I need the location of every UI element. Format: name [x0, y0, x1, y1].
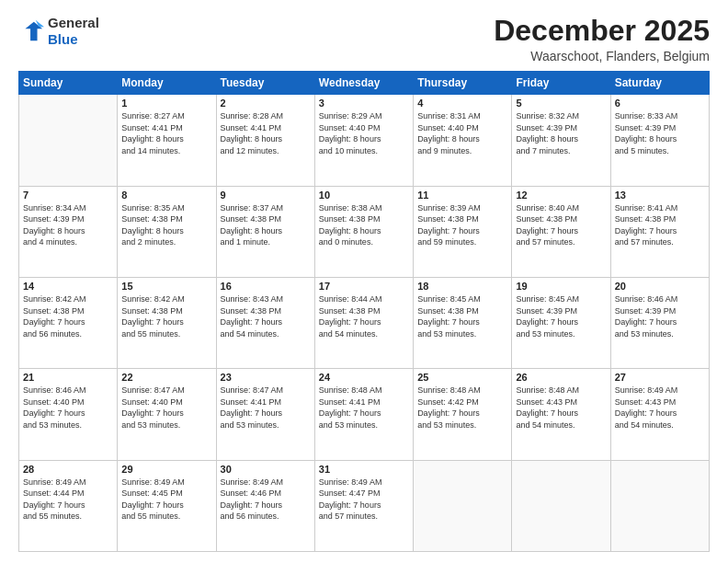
day-number: 7: [23, 190, 113, 201]
day-number: 13: [615, 190, 705, 201]
calendar-cell: 30Sunrise: 8:49 AMSunset: 4:46 PMDayligh…: [216, 460, 314, 551]
col-sunday: Sunday: [19, 72, 118, 95]
cell-info: Sunrise: 8:37 AM: [221, 202, 311, 214]
cell-info: and 12 minutes.: [221, 145, 311, 157]
col-thursday: Thursday: [414, 72, 512, 95]
cell-info: and 57 minutes.: [319, 511, 409, 523]
day-number: 2: [221, 98, 311, 109]
calendar-cell: 16Sunrise: 8:43 AMSunset: 4:38 PMDayligh…: [216, 277, 314, 368]
calendar-cell: 1Sunrise: 8:27 AMSunset: 4:41 PMDaylight…: [118, 95, 216, 186]
calendar-cell: 14Sunrise: 8:42 AMSunset: 4:38 PMDayligh…: [19, 277, 118, 368]
calendar-cell: 3Sunrise: 8:29 AMSunset: 4:40 PMDaylight…: [314, 95, 413, 186]
calendar-table: Sunday Monday Tuesday Wednesday Thursday…: [18, 71, 710, 552]
cell-info: and 57 minutes.: [516, 236, 606, 248]
cell-info: Sunrise: 8:47 AM: [121, 385, 211, 396]
col-saturday: Saturday: [610, 72, 709, 95]
cell-info: Sunrise: 8:48 AM: [516, 385, 606, 396]
calendar-cell: 20Sunrise: 8:46 AMSunset: 4:39 PMDayligh…: [610, 277, 709, 368]
cell-info: Sunset: 4:39 PM: [615, 122, 705, 134]
calendar-week-4: 21Sunrise: 8:46 AMSunset: 4:40 PMDayligh…: [19, 369, 710, 460]
calendar-cell: 9Sunrise: 8:37 AMSunset: 4:38 PMDaylight…: [216, 186, 314, 277]
day-number: 12: [516, 190, 606, 201]
logo: General Blue: [18, 15, 99, 48]
cell-info: Sunrise: 8:49 AM: [221, 477, 311, 488]
cell-info: and 53 minutes.: [319, 419, 409, 431]
cell-info: and 54 minutes.: [221, 328, 311, 340]
calendar-cell: 26Sunrise: 8:48 AMSunset: 4:43 PMDayligh…: [512, 369, 610, 460]
calendar-week-3: 14Sunrise: 8:42 AMSunset: 4:38 PMDayligh…: [19, 277, 710, 368]
calendar-cell: 8Sunrise: 8:35 AMSunset: 4:38 PMDaylight…: [118, 186, 216, 277]
cell-info: Sunset: 4:43 PM: [615, 396, 705, 408]
cell-info: Sunrise: 8:49 AM: [319, 477, 409, 488]
calendar-header-row: Sunday Monday Tuesday Wednesday Thursday…: [19, 72, 710, 95]
header: General Blue December 2025 Waarschoot, F…: [18, 15, 710, 63]
cell-info: Daylight: 7 hours: [615, 225, 705, 237]
cell-info: Daylight: 8 hours: [615, 133, 705, 145]
calendar-cell: 6Sunrise: 8:33 AMSunset: 4:39 PMDaylight…: [610, 95, 709, 186]
cell-info: Sunset: 4:46 PM: [221, 488, 311, 500]
calendar-cell: 5Sunrise: 8:32 AMSunset: 4:39 PMDaylight…: [512, 95, 610, 186]
cell-info: and 53 minutes.: [221, 419, 311, 431]
cell-info: Sunset: 4:47 PM: [319, 488, 409, 500]
cell-info: Sunset: 4:39 PM: [615, 305, 705, 317]
cell-info: Daylight: 7 hours: [23, 316, 113, 328]
cell-info: Sunrise: 8:39 AM: [417, 202, 507, 214]
cell-info: Sunrise: 8:34 AM: [23, 202, 113, 214]
cell-info: and 59 minutes.: [417, 236, 507, 248]
cell-info: Sunrise: 8:42 AM: [23, 293, 113, 305]
cell-info: Daylight: 7 hours: [121, 500, 211, 511]
day-number: 20: [615, 281, 705, 292]
cell-info: and 1 minute.: [221, 236, 311, 248]
cell-info: and 53 minutes.: [417, 419, 507, 431]
calendar-cell: 25Sunrise: 8:48 AMSunset: 4:42 PMDayligh…: [414, 369, 512, 460]
day-number: 5: [516, 98, 606, 109]
day-number: 21: [23, 372, 113, 383]
cell-info: Sunrise: 8:29 AM: [319, 110, 409, 122]
calendar-cell: 18Sunrise: 8:45 AMSunset: 4:38 PMDayligh…: [414, 277, 512, 368]
cell-info: Sunrise: 8:45 AM: [417, 293, 507, 305]
cell-info: Sunrise: 8:42 AM: [121, 293, 211, 305]
cell-info: and 4 minutes.: [23, 236, 113, 248]
cell-info: Daylight: 7 hours: [121, 408, 211, 419]
cell-info: Daylight: 8 hours: [221, 133, 311, 145]
day-number: 25: [417, 372, 507, 383]
cell-info: Daylight: 7 hours: [417, 408, 507, 419]
cell-info: Daylight: 8 hours: [417, 133, 507, 145]
cell-info: Sunrise: 8:35 AM: [121, 202, 211, 214]
cell-info: Sunset: 4:38 PM: [615, 213, 705, 225]
day-number: 14: [23, 281, 113, 292]
cell-info: Daylight: 7 hours: [221, 408, 311, 419]
logo-icon: [18, 18, 44, 44]
cell-info: Sunset: 4:40 PM: [23, 396, 113, 408]
cell-info: Sunrise: 8:49 AM: [23, 477, 113, 488]
calendar-cell: 10Sunrise: 8:38 AMSunset: 4:38 PMDayligh…: [314, 186, 413, 277]
day-number: 27: [615, 372, 705, 383]
col-tuesday: Tuesday: [216, 72, 314, 95]
day-number: 31: [319, 464, 409, 475]
day-number: 1: [121, 98, 211, 109]
cell-info: Sunset: 4:38 PM: [417, 213, 507, 225]
month-title: December 2025: [494, 15, 710, 47]
cell-info: and 57 minutes.: [615, 236, 705, 248]
calendar-cell: 27Sunrise: 8:49 AMSunset: 4:43 PMDayligh…: [610, 369, 709, 460]
col-wednesday: Wednesday: [314, 72, 413, 95]
cell-info: Daylight: 7 hours: [516, 225, 606, 237]
cell-info: and 55 minutes.: [121, 328, 211, 340]
cell-info: Sunset: 4:38 PM: [23, 305, 113, 317]
cell-info: Sunset: 4:38 PM: [221, 213, 311, 225]
calendar-cell: 7Sunrise: 8:34 AMSunset: 4:39 PMDaylight…: [19, 186, 118, 277]
cell-info: and 55 minutes.: [23, 511, 113, 523]
cell-info: Sunset: 4:38 PM: [319, 213, 409, 225]
cell-info: and 56 minutes.: [23, 328, 113, 340]
cell-info: Sunrise: 8:49 AM: [121, 477, 211, 488]
day-number: 10: [319, 190, 409, 201]
cell-info: Daylight: 8 hours: [221, 225, 311, 237]
cell-info: Daylight: 7 hours: [615, 408, 705, 419]
day-number: 24: [319, 372, 409, 383]
day-number: 22: [121, 372, 211, 383]
calendar-cell: 29Sunrise: 8:49 AMSunset: 4:45 PMDayligh…: [118, 460, 216, 551]
calendar-cell: 2Sunrise: 8:28 AMSunset: 4:41 PMDaylight…: [216, 95, 314, 186]
cell-info: and 54 minutes.: [319, 328, 409, 340]
day-number: 4: [417, 98, 507, 109]
cell-info: Sunset: 4:39 PM: [516, 122, 606, 134]
